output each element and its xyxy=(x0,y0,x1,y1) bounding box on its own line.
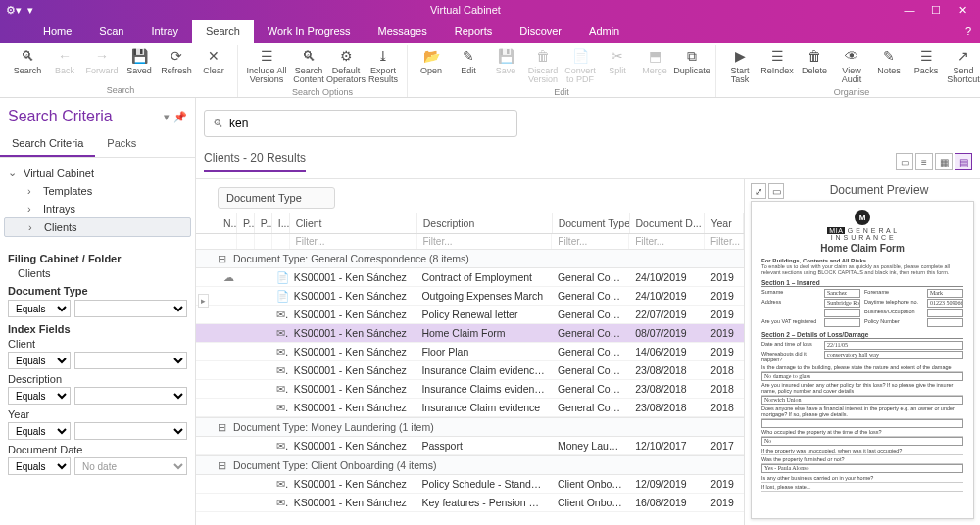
tree-root[interactable]: ⌄ Virtual Cabinet xyxy=(4,164,191,182)
ribbon-saved[interactable]: 💾Saved xyxy=(122,45,157,77)
tab-search[interactable]: Search xyxy=(192,20,254,43)
ribbon-search-content[interactable]: 🔍︎Search Content xyxy=(291,45,326,87)
ribbon-export-results[interactable]: ⤓Export Results xyxy=(366,45,401,87)
table-row[interactable]: ✉KS00001 - Ken SánchezPolicy Schedule - … xyxy=(196,475,744,494)
pin-icon[interactable]: ▾ xyxy=(164,111,170,123)
search-input[interactable] xyxy=(229,117,509,130)
tab-admin[interactable]: Admin xyxy=(575,20,633,43)
col-client[interactable]: Client xyxy=(290,213,417,233)
year-operator[interactable]: Equals xyxy=(8,422,71,440)
start-task-icon: ▶ xyxy=(731,47,749,65)
view-grid-icon[interactable]: ▦ xyxy=(935,153,953,170)
tab-messages[interactable]: Messages xyxy=(365,20,441,43)
ribbon-default-operators[interactable]: ⚙Default Operators xyxy=(328,45,364,87)
preview-zoom-icon[interactable]: ▭ xyxy=(768,183,784,199)
tab-reports[interactable]: Reports xyxy=(441,20,507,43)
ribbon-delete[interactable]: 🗑Delete xyxy=(797,45,832,87)
client-operator[interactable]: Equals xyxy=(8,352,71,369)
document-date-operator[interactable]: Equals xyxy=(8,457,71,475)
help-icon[interactable]: ? xyxy=(956,20,980,43)
ribbon-forward: →Forward xyxy=(84,45,120,77)
ribbon-clear[interactable]: ✕Clear xyxy=(196,45,231,77)
col-year[interactable]: Year xyxy=(705,213,744,233)
results-tab[interactable]: Clients - 20 Results xyxy=(204,151,306,172)
filter-desc[interactable]: Filter... xyxy=(417,234,553,249)
panel-expand-icon[interactable]: ▸ xyxy=(198,294,209,308)
tree-item-label: Clients xyxy=(44,221,77,233)
subtab-search-criteria[interactable]: Search Criteria xyxy=(0,131,95,157)
pushpin-icon[interactable]: 📌 xyxy=(173,111,187,123)
col-p2[interactable]: P... xyxy=(255,213,272,233)
table-row[interactable]: ✉KS00001 - Ken SánchezInsurance Claim ev… xyxy=(196,361,744,380)
ribbon-search[interactable]: 🔍︎Search xyxy=(10,45,45,77)
close-button[interactable]: ✕ xyxy=(951,4,974,17)
subtab-packs[interactable]: Packs xyxy=(95,131,148,157)
ribbon-duplicate[interactable]: ⧉Duplicate xyxy=(674,45,710,87)
gear-icon[interactable]: ⚙▾ xyxy=(6,4,22,17)
group-header[interactable]: ⊟Document Type: General Correspondence (… xyxy=(196,249,744,268)
default-operators-icon: ⚙ xyxy=(337,47,355,65)
logo-icon: M xyxy=(855,210,870,225)
tab-work-in-progress[interactable]: Work In Progress xyxy=(254,20,365,43)
field-document-date-label: Document Date xyxy=(8,444,187,455)
packs-icon: ☰ xyxy=(917,47,935,65)
preview-zoom-fit-icon[interactable]: ⤢ xyxy=(751,183,766,199)
doc-type-operator[interactable]: Equals xyxy=(8,300,71,317)
maximize-button[interactable]: ☐ xyxy=(924,4,948,17)
col-p1[interactable]: P... xyxy=(237,213,255,233)
tree-item-intrays[interactable]: › Intrays xyxy=(4,200,191,217)
table-row[interactable]: ✉KS00001 - Ken SánchezInsurance Claim ev… xyxy=(196,399,744,417)
minimize-button[interactable]: — xyxy=(898,4,921,16)
document-date-value[interactable]: No date xyxy=(74,457,187,475)
ribbon-packs[interactable]: ☰Packs xyxy=(908,45,944,87)
ribbon-notes[interactable]: ✎Notes xyxy=(871,45,906,87)
filter-year[interactable]: Filter... xyxy=(705,234,744,249)
col-document-date[interactable]: Document D... ▼ xyxy=(630,213,706,233)
table-row[interactable]: ✉KS00001 - Ken SánchezKey features - Pen… xyxy=(196,494,744,512)
col-n[interactable]: N... xyxy=(218,213,237,233)
col-document-type[interactable]: Document Type xyxy=(553,213,630,233)
view-card-icon[interactable]: ▭ xyxy=(896,153,913,170)
tab-scan[interactable]: Scan xyxy=(85,20,137,43)
group-header[interactable]: ⊟Document Type: Client Onboarding (4 ite… xyxy=(196,455,744,475)
view-detail-icon[interactable]: ▤ xyxy=(955,153,972,170)
ribbon-start-task[interactable]: ▶Start Task xyxy=(722,45,758,87)
ribbon-merge: ⬒Merge xyxy=(637,45,672,87)
ribbon-view-audit[interactable]: 👁View Audit xyxy=(834,45,869,87)
tree-item-templates[interactable]: › Templates xyxy=(4,182,191,200)
table-row[interactable]: ✉KS00001 - Ken SánchezPolicy Renewal let… xyxy=(196,306,744,324)
tab-home[interactable]: Home xyxy=(29,20,85,43)
doc-type-value[interactable] xyxy=(74,300,187,317)
search-content-icon: 🔍︎ xyxy=(300,47,318,65)
filter-dtype[interactable]: Filter... xyxy=(552,234,629,249)
table-row[interactable]: ✉KS00001 - Ken SánchezInsurance Claims e… xyxy=(196,380,744,399)
ribbon-reindex[interactable]: ☰ReIndex xyxy=(760,45,795,87)
tab-discover[interactable]: Discover xyxy=(506,20,575,43)
col-i[interactable]: I... xyxy=(272,213,290,233)
view-list-icon[interactable]: ≡ xyxy=(915,153,933,170)
table-row[interactable]: ✉KS00001 - Ken SánchezHome Claim FormGen… xyxy=(196,324,744,343)
ribbon-edit[interactable]: ✎Edit xyxy=(451,45,486,87)
table-row[interactable]: 📄KS00001 - Ken SánchezOutgoing Expenses … xyxy=(196,287,744,306)
description-value[interactable] xyxy=(74,387,187,405)
ribbon-include-all-versions[interactable]: ☰Include All Versions xyxy=(244,45,289,87)
table-row[interactable]: ✉KS00001 - Ken SánchezFloor PlanGeneral … xyxy=(196,343,744,361)
group-header[interactable]: ⊟Document Type: Money Laundering (1 item… xyxy=(196,417,744,437)
year-value[interactable] xyxy=(74,422,187,440)
search-box[interactable]: 🔍︎ xyxy=(204,110,517,137)
col-description[interactable]: Description xyxy=(417,213,553,233)
tab-intray[interactable]: Intray xyxy=(137,20,192,43)
tree-item-clients[interactable]: › Clients xyxy=(4,217,191,237)
table-row[interactable]: ✉KS00001 - Ken SánchezPassportMoney Laun… xyxy=(196,437,744,455)
filter-ddate[interactable]: Filter... xyxy=(629,234,705,249)
filter-client[interactable]: Filter... xyxy=(290,234,417,249)
client-value[interactable] xyxy=(74,352,187,369)
table-row[interactable]: ☁📄KS00001 - Ken SánchezContract of Emplo… xyxy=(196,268,744,287)
edit-icon: ✎ xyxy=(460,47,477,65)
ribbon-refresh[interactable]: ⟳Refresh xyxy=(159,45,194,77)
ribbon-send-shortcut[interactable]: ↗Send Shortcut xyxy=(946,45,980,87)
preview-document[interactable]: M MIA G E N E R A L I N S U R A N C E Ho… xyxy=(751,201,974,519)
ribbon-open[interactable]: 📂Open xyxy=(414,45,449,87)
group-by-chip[interactable]: Document Type xyxy=(218,187,335,209)
description-operator[interactable]: Equals xyxy=(8,387,71,405)
